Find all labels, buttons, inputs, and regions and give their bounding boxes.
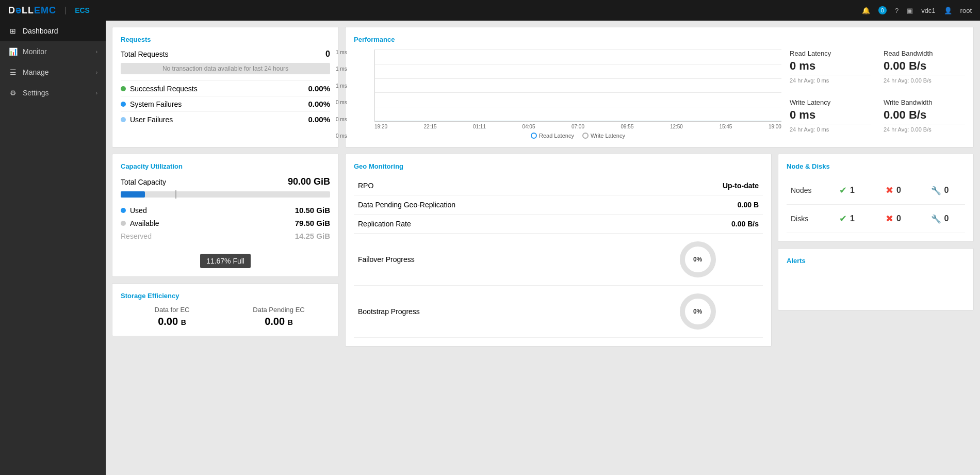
top-navigation: DəLLEMC | ECS 🔔 0 ? ▣ vdc1 👤 root <box>0 0 980 21</box>
perf-stat-write-bandwidth: Write Bandwidth 0.00 B/s 24 hr Avg: 0.00… <box>884 99 965 139</box>
write-latency-value: 0 ms <box>790 108 871 122</box>
chart-area: 1 ms 1 ms 1 ms 0 ms 0 ms 0 ms <box>354 50 781 139</box>
storage-ec-item: Data for EC 0.00 B <box>121 306 223 327</box>
request-row-successful: Successful Requests 0.00% <box>121 80 330 96</box>
nodes-title: Node & Disks <box>787 162 965 170</box>
read-latency-sub: 24 hr Avg: 0 ms <box>790 75 871 84</box>
manage-icon: ☰ <box>8 68 18 76</box>
total-capacity-label: Total Capacity <box>121 178 166 186</box>
disks-maintenance-stat: 🔧 0 <box>919 214 961 224</box>
bootstrap-percent: 0% <box>693 308 702 315</box>
capacity-bar <box>121 191 330 198</box>
bootstrap-label: Bootstrap Progress <box>354 286 632 338</box>
alerts-card: Alerts <box>778 248 974 310</box>
nodes-card: Node & Disks Nodes ✔ 1 ✖ 0 🔧 <box>778 154 974 242</box>
sidebar: ⊞ Dashboard 📊 Monitor › ☰ Manage › ⚙ Set… <box>0 21 106 475</box>
read-bandwidth-title: Read Bandwidth <box>884 50 965 57</box>
storage-title: Storage Efficiency <box>121 292 330 300</box>
help-icon[interactable]: ? <box>895 7 899 14</box>
alerts-badge: 0 <box>878 6 887 14</box>
successful-requests-value: 0.00% <box>308 84 330 93</box>
capacity-card: Capacity Utilization Total Capacity 90.0… <box>112 154 339 277</box>
capacity-used: Used 10.50 GiB <box>121 204 330 217</box>
legend-write-latency[interactable]: Write Latency <box>582 133 625 139</box>
available-label: Available <box>130 219 159 227</box>
geo-pending-row: Data Pending Geo-Replication 0.00 B <box>354 195 763 215</box>
read-bandwidth-value: 0.00 B/s <box>884 59 965 73</box>
node-col: Node & Disks Nodes ✔ 1 ✖ 0 🔧 <box>778 154 974 347</box>
performance-card: Performance 1 ms 1 ms 1 ms 0 ms 0 ms 0 m… <box>345 27 974 148</box>
failover-label: Failover Progress <box>354 234 632 286</box>
sidebar-item-manage[interactable]: ☰ Manage › <box>0 62 106 83</box>
read-bandwidth-sub: 24 hr Avg: 0.00 B/s <box>884 75 965 84</box>
failover-percent: 0% <box>693 256 702 263</box>
bell-icon[interactable]: 🔔 <box>862 7 870 14</box>
total-requests-label: Total Requests <box>121 50 169 58</box>
terminal-icon[interactable]: ▣ <box>907 7 913 14</box>
available-dot <box>121 221 126 226</box>
nodes-bad-stat: ✖ 0 <box>872 185 914 196</box>
dashboard-icon: ⊞ <box>8 27 18 35</box>
chevron-right-icon-2: › <box>96 70 97 75</box>
reserved-label: Reserved <box>121 232 152 240</box>
write-bandwidth-sub: 24 hr Avg: 0.00 B/s <box>884 124 965 133</box>
disks-good-value: 1 <box>850 214 855 223</box>
legend-read-latency[interactable]: Read Latency <box>531 133 574 139</box>
sidebar-item-dashboard[interactable]: ⊞ Dashboard <box>0 21 106 41</box>
nodes-x-icon: ✖ <box>886 185 893 196</box>
full-badge: 11.67% Full <box>200 254 251 268</box>
sidebar-item-settings[interactable]: ⚙ Settings › <box>0 83 106 103</box>
failover-progress: 0% <box>632 234 763 286</box>
settings-icon: ⚙ <box>8 89 18 97</box>
requests-card: Requests Total Requests 0 No transaction… <box>112 27 339 148</box>
failover-donut: 0% <box>677 239 718 280</box>
geo-failover-row: Failover Progress 0% <box>354 234 763 286</box>
chevron-right-icon-3: › <box>96 90 97 96</box>
legend-read-label: Read Latency <box>539 133 574 139</box>
nodes-check-icon: ✔ <box>839 185 847 196</box>
nodes-maintenance-value: 0 <box>944 186 949 195</box>
sidebar-item-monitor[interactable]: 📊 Monitor › <box>0 41 106 62</box>
nodes-bad-value: 0 <box>896 186 901 195</box>
no-data-message: No transaction data available for last 2… <box>121 63 330 74</box>
alerts-title: Alerts <box>787 257 965 265</box>
read-latency-radio[interactable] <box>531 133 537 139</box>
performance-chart <box>374 50 781 122</box>
successful-requests-label: Successful Requests <box>130 85 198 93</box>
read-latency-value: 0 ms <box>790 59 871 73</box>
data-pending-value: 0.00 B <box>227 316 330 327</box>
main-layout: ⊞ Dashboard 📊 Monitor › ☰ Manage › ⚙ Set… <box>0 21 980 475</box>
user-icon[interactable]: 👤 <box>944 7 952 14</box>
total-requests-row: Total Requests 0 <box>121 50 330 59</box>
content-area: Requests Total Requests 0 No transaction… <box>106 21 980 475</box>
rpo-value: Up-to-date <box>632 176 763 195</box>
system-failures-value: 0.00% <box>308 100 330 108</box>
monitor-icon: 📊 <box>8 47 18 56</box>
perf-stat-write-latency: Write Latency 0 ms 24 hr Avg: 0 ms <box>790 99 871 139</box>
perf-stat-read-latency: Read Latency 0 ms 24 hr Avg: 0 ms <box>790 50 871 90</box>
disks-wrench-icon: 🔧 <box>931 214 941 224</box>
geo-table: RPO Up-to-date Data Pending Geo-Replicat… <box>354 176 763 338</box>
geo-title: Geo Monitoring <box>354 162 763 170</box>
reserved-value: 14.25 GiB <box>295 232 330 240</box>
user-failures-value: 0.00% <box>308 115 330 124</box>
user-failures-label: User Failures <box>130 116 173 124</box>
legend-write-label: Write Latency <box>591 133 625 139</box>
geo-rate-row: Replication Rate 0.00 B/s <box>354 215 763 234</box>
sidebar-manage-label: Manage <box>23 68 49 76</box>
rpo-label: RPO <box>354 176 632 195</box>
dell-logo: DəLLEMC <box>8 5 56 16</box>
username-label: root <box>960 7 972 14</box>
disks-check-icon: ✔ <box>839 213 847 224</box>
write-latency-radio[interactable] <box>582 133 589 139</box>
performance-inner: 1 ms 1 ms 1 ms 0 ms 0 ms 0 ms <box>354 50 965 139</box>
sidebar-monitor-label: Monitor <box>23 47 47 56</box>
storage-grid: Data for EC 0.00 B Data Pending EC 0.00 … <box>121 306 330 327</box>
alerts-content <box>787 271 965 302</box>
dot-blue-icon <box>121 102 126 107</box>
requests-title: Requests <box>121 36 330 43</box>
rate-value: 0.00 B/s <box>632 215 763 234</box>
nodes-good-stat: ✔ 1 <box>826 185 868 196</box>
disks-label: Disks <box>791 215 822 223</box>
capacity-available: Available 79.50 GiB <box>121 217 330 230</box>
